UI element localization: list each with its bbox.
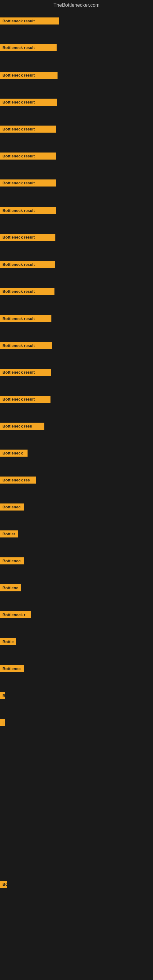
bottleneck-label: Bottleneck res [0,477,36,484]
bottleneck-label: Bottleneck result [0,99,57,106]
site-title-text: TheBottlenecker.com [54,2,99,8]
bottleneck-item: Bottleneck result [0,72,57,80]
bottleneck-item: Bottleneck result [0,126,56,134]
bottleneck-item: Bottleneck result [0,234,56,242]
bottleneck-label: Bottlenec [0,503,24,511]
bottleneck-item: Bottleneck result [0,99,57,107]
bottleneck-item: Bottleneck resu [0,423,45,431]
bottleneck-item: Bottleneck result [0,18,59,26]
bottleneck-label: Bottleneck [0,450,27,457]
bottleneck-label: Bottleneck result [0,72,57,79]
bottleneck-item: Bottleneck result [0,180,56,188]
bottleneck-item: Bottleneck res [0,477,36,485]
bottleneck-label: Bo [0,881,7,888]
bottleneck-item: Bottleneck result [0,44,57,52]
bottleneck-label: Bottleneck result [0,396,51,403]
bottleneck-label: Bottleneck result [0,261,55,268]
bottleneck-label: Bottleneck result [0,18,59,24]
bottleneck-label: Bottleneck resu [0,423,45,430]
bottleneck-label: Bottler [0,530,18,538]
bottleneck-item: Bottlenec [0,557,24,566]
bottleneck-item: Bottleneck result [0,342,52,350]
bottleneck-label: Bottleneck result [0,126,56,133]
bottleneck-item: | [0,719,5,727]
bottleneck-label: Bottleneck result [0,288,54,295]
bottleneck-item: Bottlenec [0,503,24,512]
bottleneck-label: B [0,692,5,699]
bottleneck-item: Bottleneck result [0,396,51,404]
bottleneck-item: Bottleneck result [0,315,51,323]
bottleneck-item: Bottleneck result [0,288,54,296]
bottleneck-item: Bottleneck [0,450,27,458]
bottleneck-item: Bottleneck result [0,153,56,161]
bottleneck-label: Bottleneck result [0,369,51,376]
bottleneck-item: Bottleneck result [0,369,51,377]
bottleneck-item: Bottle [0,638,16,646]
bottleneck-item: Bottleneck result [0,207,56,215]
bottleneck-item: Bo [0,881,7,889]
bottleneck-item: Bottlenec [0,665,24,673]
bottleneck-label: Bottle [0,638,16,645]
bottleneck-label: Bottleneck result [0,234,56,241]
bottleneck-label: | [0,719,5,726]
bottleneck-label: Bottleneck result [0,315,51,322]
bottleneck-label: Bottleneck result [0,342,52,349]
bottleneck-label: Bottleneck r [0,611,31,618]
bottleneck-item: Bottleneck result [0,261,55,269]
bottleneck-item: Bottleneck r [0,611,31,620]
bottleneck-label: Bottlene [0,584,21,591]
bottleneck-label: Bottleneck result [0,180,56,186]
bottleneck-label: Bottlenec [0,665,24,672]
bottleneck-item: Bottlene [0,584,21,593]
bottleneck-item: Bottler [0,530,18,539]
bottleneck-label: Bottleneck result [0,44,57,51]
bottleneck-label: Bottleneck result [0,207,56,214]
bottleneck-label: Bottleneck result [0,153,56,159]
bottleneck-item: B [0,692,5,700]
site-title: TheBottlenecker.com [0,0,153,10]
bottleneck-label: Bottlenec [0,557,24,565]
